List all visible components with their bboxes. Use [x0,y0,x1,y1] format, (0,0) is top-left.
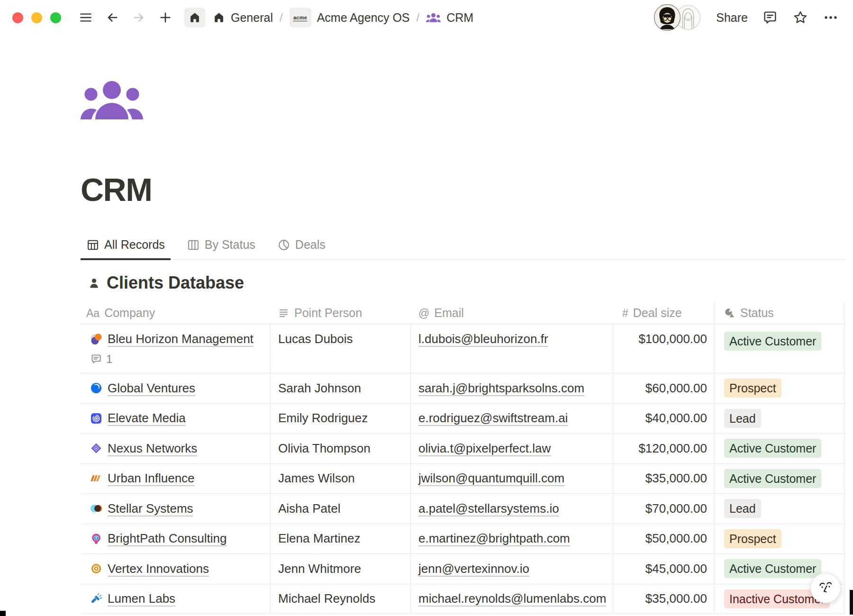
company-page-link[interactable]: Stellar Systems [108,501,193,516]
share-button[interactable]: Share [716,11,748,25]
company-page-link[interactable]: Lumen Labs [108,591,175,606]
email-link[interactable]: jenn@vertexinnov.io [418,562,529,576]
deal-size-value: $50,000.00 [645,531,707,546]
company-page-link[interactable]: Urban Influence [108,471,195,486]
forward-icon[interactable] [131,10,146,25]
breadcrumb-item-acme-agency-os[interactable]: acmeAcme Agency OS [290,8,410,27]
comment-count[interactable]: 1 [90,353,254,366]
status-cell[interactable]: Active Customer [714,324,845,373]
status-badge[interactable]: Active Customer [724,559,821,578]
home-icon[interactable] [184,8,205,27]
column-header-deal[interactable]: #Deal size [614,302,714,324]
page-icon-people-group[interactable] [81,80,146,119]
email-cell[interactable]: l.dubois@bleuhorizon.fr [411,324,614,373]
point-person-cell[interactable]: Elena Martinez [271,524,411,554]
deal-size-cell[interactable]: $60,000.00 [614,373,714,403]
point-person-cell[interactable]: James Wilson [271,464,411,494]
status-cell[interactable]: Prospect [714,373,845,403]
company-page-link[interactable]: Elevate Media [108,411,186,426]
point-person-cell[interactable]: Sarah Johnson [271,373,411,403]
status-badge[interactable]: Prospect [724,379,781,398]
company-cell[interactable]: TBrightPath Consulting [81,524,271,554]
company-cell[interactable]: Elevate Media [81,404,271,434]
deal-size-cell[interactable]: $70,000.00 [614,494,714,524]
company-page-link[interactable]: Vertex Innovations [108,562,209,576]
email-link[interactable]: sarah.j@brightsparksolns.com [418,381,584,396]
tab-all-records[interactable]: All Records [81,233,171,259]
favorite-star-icon[interactable] [792,9,808,26]
deal-size-cell[interactable]: $45,000.00 [614,554,714,584]
deal-size-cell[interactable]: $40,000.00 [614,404,714,434]
status-badge[interactable]: Active Customer [724,439,821,458]
email-cell[interactable]: michael.reynolds@lumenlabs.com [411,584,614,614]
deal-size-cell[interactable]: $35,000.00 [614,584,714,614]
comments-icon[interactable] [762,9,778,26]
company-cell[interactable]: Stellar Systems [81,494,271,524]
status-cell[interactable]: Active Customer [714,464,845,494]
company-cell[interactable]: Urban Influence [81,464,271,494]
column-header-company[interactable]: AaCompany [81,302,271,324]
status-badge[interactable]: Prospect [724,529,781,548]
email-link[interactable]: a.patel@stellarsystems.io [418,501,559,516]
tab-deals[interactable]: Deals [272,233,331,259]
status-cell[interactable]: Lead [714,494,845,524]
collection-title[interactable]: Clients Database [107,273,244,293]
new-page-icon[interactable] [158,10,173,25]
email-cell[interactable]: jenn@vertexinnov.io [411,554,614,584]
point-person-cell[interactable]: Aisha Patel [271,494,411,524]
column-header-email[interactable]: @Email [411,302,614,324]
email-link[interactable]: olivia.t@pixelperfect.law [418,441,551,456]
company-page-link[interactable]: Global Ventures [108,381,195,396]
email-cell[interactable]: e.rodriguez@swiftstream.ai [411,404,614,434]
window-topbar: General/acmeAcme Agency OS/CRM Share [0,0,853,35]
company-cell[interactable]: Vertex Innovations [81,554,271,584]
deal-size-cell[interactable]: $100,000.00 [614,324,714,373]
status-cell[interactable]: Active Customer [714,434,845,463]
page-title[interactable]: CRM [81,172,853,207]
status-badge[interactable]: Lead [724,409,761,428]
tab-by-status[interactable]: By Status [181,233,261,259]
email-cell[interactable]: sarah.j@brightsparksolns.com [411,373,614,403]
deal-size-cell[interactable]: $120,000.00 [614,434,714,463]
company-cell[interactable]: Bleu Horizon Management1 [81,324,271,373]
zoom-window-button[interactable] [50,12,61,23]
deal-size-cell[interactable]: $50,000.00 [614,524,714,554]
company-page-link[interactable]: BrightPath Consulting [108,531,227,546]
breadcrumb-item-general[interactable]: General [213,11,273,25]
email-link[interactable]: jwilson@quantumquill.com [418,471,564,486]
point-person-cell[interactable]: Olivia Thompson [271,434,411,463]
company-cell[interactable]: Global Ventures [81,373,271,403]
notion-ai-face-button[interactable] [810,573,841,603]
minimize-window-button[interactable] [31,12,42,23]
point-person-cell[interactable]: Jenn Whitmore [271,554,411,584]
email-link[interactable]: e.rodriguez@swiftstream.ai [418,411,568,426]
status-cell[interactable]: Lead [714,404,845,434]
back-icon[interactable] [105,10,120,25]
point-person-cell[interactable]: Lucas Dubois [271,324,411,373]
deal-size-cell[interactable]: $35,000.00 [614,464,714,494]
email-link[interactable]: e.martinez@brightpath.com [418,531,570,546]
status-cell[interactable]: Prospect [714,524,845,554]
email-link[interactable]: l.dubois@bleuhorizon.fr [418,332,548,346]
close-window-button[interactable] [12,12,23,23]
email-cell[interactable]: jwilson@quantumquill.com [411,464,614,494]
avatar[interactable] [653,4,681,31]
more-options-icon[interactable] [823,9,839,26]
company-page-link[interactable]: Bleu Horizon Management [108,332,254,346]
status-badge[interactable]: Active Customer [724,469,821,488]
sidebar-toggle-icon[interactable] [78,10,93,25]
point-person-cell[interactable]: Emily Rodriguez [271,404,411,434]
company-cell[interactable]: Nexus Networks [81,434,271,463]
column-header-person[interactable]: Point Person [271,302,411,324]
breadcrumb-item-crm[interactable]: CRM [426,11,473,25]
point-person-cell[interactable]: Michael Reynolds [271,584,411,614]
email-cell[interactable]: a.patel@stellarsystems.io [411,494,614,524]
company-cell[interactable]: Lumen Labs [81,584,271,614]
status-badge[interactable]: Active Customer [724,332,821,351]
email-link[interactable]: michael.reynolds@lumenlabs.com [418,591,606,606]
status-badge[interactable]: Lead [724,499,761,518]
company-page-link[interactable]: Nexus Networks [108,441,197,456]
email-cell[interactable]: olivia.t@pixelperfect.law [411,434,614,463]
column-header-status[interactable]: Status [714,302,845,324]
email-cell[interactable]: e.martinez@brightpath.com [411,524,614,554]
